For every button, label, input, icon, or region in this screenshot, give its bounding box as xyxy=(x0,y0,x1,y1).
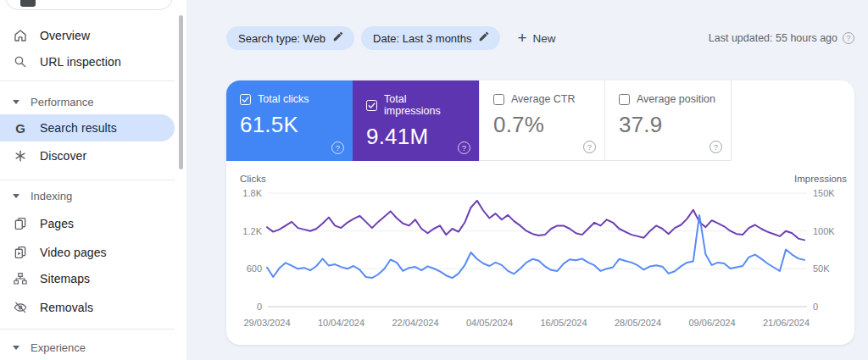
svg-text:1.8K: 1.8K xyxy=(242,188,262,198)
search-type-chip-label: Search type: Web xyxy=(238,32,326,45)
video-pages-icon xyxy=(13,245,28,260)
pages-copy-icon xyxy=(13,216,28,231)
svg-text:0: 0 xyxy=(813,302,818,312)
sidebar-item-label: Video pages xyxy=(40,246,107,259)
section-label: Experience xyxy=(31,341,86,354)
plus-icon: + xyxy=(517,30,526,46)
search-type-chip[interactable]: Search type: Web xyxy=(226,26,354,50)
home-icon xyxy=(13,28,28,43)
sidebar-item-search-results[interactable]: G Search results xyxy=(0,114,175,141)
google-g-icon: G xyxy=(13,120,28,136)
edit-pencil-icon[interactable] xyxy=(478,30,490,46)
svg-text:16/05/2024: 16/05/2024 xyxy=(540,318,587,328)
filter-toolbar: Search type: Web Date: Last 3 months + N… xyxy=(226,26,556,50)
sidebar-section-indexing[interactable]: Indexing xyxy=(0,186,175,206)
sidebar-section-performance[interactable]: Performance xyxy=(0,91,175,112)
svg-text:04/05/2024: 04/05/2024 xyxy=(466,318,513,328)
last-updated: Last updated: 55 hours ago ? xyxy=(709,32,854,44)
sidebar-item-label: Pages xyxy=(40,217,74,230)
svg-text:10/04/2024: 10/04/2024 xyxy=(318,318,364,328)
sidebar-item-pages[interactable]: Pages xyxy=(0,212,175,235)
sidebar-item-label: Search results xyxy=(40,121,117,135)
sidebar: Overview URL inspection Performance G Se… xyxy=(0,0,186,360)
sidebar-item-label: Discover xyxy=(40,149,86,163)
svg-text:100K: 100K xyxy=(813,226,835,236)
performance-card: Total clicks 61.5K ? Total impressions 9… xyxy=(226,80,854,345)
sidebar-item-discover[interactable]: Discover xyxy=(0,144,175,168)
sidebar-item-label: Overview xyxy=(40,29,90,42)
sitemaps-tree-icon xyxy=(13,271,28,286)
last-updated-text: Last updated: 55 hours ago xyxy=(709,32,837,44)
section-label: Performance xyxy=(31,96,93,108)
sidebar-item-removals[interactable]: Removals xyxy=(0,296,175,319)
sidebar-item-overview[interactable]: Overview xyxy=(0,24,175,47)
svg-text:0: 0 xyxy=(257,302,262,312)
sidebar-item-label: Removals xyxy=(40,301,93,314)
new-filter-button[interactable]: + New xyxy=(517,31,555,46)
sidebar-section-experience[interactable]: Experience xyxy=(0,337,175,357)
date-range-chip[interactable]: Date: Last 3 months xyxy=(361,26,500,50)
svg-text:21/06/2024: 21/06/2024 xyxy=(763,318,810,328)
search-icon xyxy=(13,54,28,69)
sidebar-divider xyxy=(0,180,175,180)
svg-text:1.2K: 1.2K xyxy=(242,226,262,236)
svg-text:50K: 50K xyxy=(813,263,830,274)
date-range-chip-label: Date: Last 3 months xyxy=(373,32,471,45)
section-label: Indexing xyxy=(31,190,72,202)
svg-text:28/05/2024: 28/05/2024 xyxy=(615,318,661,328)
sidebar-divider xyxy=(0,80,175,81)
new-filter-label: New xyxy=(533,32,556,45)
sidebar-scrollbar[interactable] xyxy=(179,15,183,169)
sidebar-item-url-inspection[interactable]: URL inspection xyxy=(0,50,175,74)
discover-asterisk-icon xyxy=(13,148,28,163)
main-content: Search type: Web Date: Last 3 months + N… xyxy=(186,0,868,360)
chevron-down-icon xyxy=(12,94,20,109)
sidebar-divider xyxy=(0,329,175,330)
svg-text:22/04/2024: 22/04/2024 xyxy=(392,318,438,328)
sidebar-item-video-pages[interactable]: Video pages xyxy=(0,241,175,264)
edit-pencil-icon[interactable] xyxy=(332,30,344,46)
property-icon xyxy=(20,0,36,7)
help-icon[interactable]: ? xyxy=(843,32,854,44)
sidebar-item-label: URL inspection xyxy=(40,55,121,69)
sidebar-item-sitemaps[interactable]: Sitemaps xyxy=(0,267,175,291)
eye-off-icon xyxy=(13,300,28,315)
sidebar-item-label: Sitemaps xyxy=(40,272,90,285)
svg-text:600: 600 xyxy=(247,263,262,274)
performance-line-chart[interactable]: 06001.2K1.8K050K100K150K29/03/202410/04/… xyxy=(226,80,854,345)
svg-text:150K: 150K xyxy=(813,188,835,198)
chevron-down-icon xyxy=(12,340,20,355)
chevron-down-icon xyxy=(12,188,20,203)
svg-text:09/06/2024: 09/06/2024 xyxy=(688,318,735,328)
svg-text:29/03/2024: 29/03/2024 xyxy=(243,318,290,328)
